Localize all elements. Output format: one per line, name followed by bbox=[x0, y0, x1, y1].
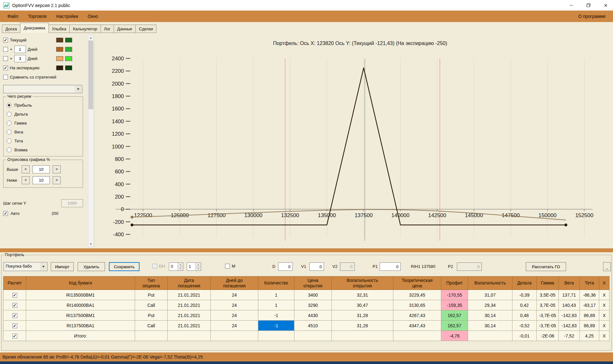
save-button[interactable]: Сохранить bbox=[109, 262, 140, 271]
cell-delta[interactable]: -0,01 bbox=[512, 331, 537, 341]
radio-vega[interactable]: Вега bbox=[7, 127, 80, 136]
plus1-color2-swatch[interactable] bbox=[65, 47, 72, 52]
delete-button[interactable]: Удалить bbox=[78, 262, 105, 271]
cell-theor_price[interactable]: 3130,65 bbox=[393, 300, 441, 310]
menu-file[interactable]: Файл bbox=[3, 11, 23, 22]
cell-open_price[interactable]: 3400 bbox=[294, 290, 332, 300]
remove-row-button[interactable]: X bbox=[599, 300, 609, 310]
auto-checkbox[interactable] bbox=[3, 211, 8, 216]
expiration-color2-swatch[interactable] bbox=[65, 65, 72, 70]
cell-open_price[interactable]: 4510 bbox=[294, 321, 332, 331]
strategy-compare-select[interactable] bbox=[3, 85, 82, 93]
tab-calculator[interactable]: Калькулятор bbox=[69, 25, 101, 33]
row-calc-checkbox[interactable] bbox=[12, 303, 17, 308]
spin-down-icon[interactable]: ▼ bbox=[178, 267, 183, 271]
cell-gamma[interactable]: 3,7E-05 bbox=[537, 300, 559, 310]
cell-vol[interactable]: 30,14 bbox=[468, 310, 512, 321]
radio-theta[interactable]: Тета bbox=[7, 136, 80, 145]
cell-gamma[interactable]: -2E-06 bbox=[537, 331, 559, 341]
cell-days[interactable]: 24 bbox=[211, 310, 258, 321]
radio-vega-circle[interactable] bbox=[7, 130, 11, 134]
cell-theta[interactable]: -86,36 bbox=[580, 290, 599, 300]
cell-qty[interactable]: 1 bbox=[258, 300, 294, 310]
below-increase-button[interactable]: > bbox=[53, 176, 61, 184]
cell-open_vol[interactable]: 32,31 bbox=[332, 290, 393, 300]
cell-profit[interactable]: -170,55 bbox=[441, 290, 468, 300]
cell-gamma[interactable]: 3,5E-05 bbox=[537, 290, 559, 300]
cell-theor_price[interactable]: 4347,43 bbox=[393, 321, 441, 331]
cell-open_price[interactable]: 4430 bbox=[294, 310, 332, 321]
spin-down-icon[interactable]: ▼ bbox=[196, 267, 201, 271]
strategy-select[interactable]: Покупка бабо bbox=[4, 262, 48, 271]
row-calc-checkbox[interactable] bbox=[12, 323, 17, 328]
radio-delta[interactable]: Дельта bbox=[7, 110, 80, 118]
cell-open_vol[interactable]: 31,28 bbox=[332, 310, 393, 321]
cell-theor_price[interactable]: 3229,45 bbox=[393, 290, 441, 300]
row-calc-checkbox[interactable] bbox=[12, 293, 17, 298]
cell-vol[interactable]: 30,14 bbox=[468, 321, 512, 331]
tab-smile[interactable]: Улыбка bbox=[49, 25, 70, 33]
scroll-up-icon[interactable]: ▲ bbox=[88, 35, 93, 41]
plus1-color1-swatch[interactable] bbox=[56, 47, 63, 52]
tab-board[interactable]: Доска bbox=[2, 25, 20, 33]
cell-code[interactable]: Итого: bbox=[26, 331, 135, 341]
menu-about[interactable]: О программе bbox=[573, 11, 610, 22]
plus1-days-input[interactable] bbox=[14, 46, 26, 53]
cell-code[interactable]: RI140000BA1 bbox=[26, 300, 135, 310]
cell-theta[interactable]: 86,89 bbox=[580, 310, 599, 321]
close-button[interactable]: ✕ bbox=[598, 0, 613, 11]
cell-theta[interactable]: 4,25 bbox=[580, 331, 599, 341]
cell-type[interactable]: Put bbox=[135, 310, 168, 321]
below-value-input[interactable] bbox=[33, 176, 50, 184]
row-calc-checkbox[interactable] bbox=[12, 313, 17, 318]
menu-window[interactable]: Окно bbox=[83, 11, 103, 22]
menu-trading[interactable]: Торговля bbox=[23, 11, 51, 22]
v1-input[interactable] bbox=[309, 262, 324, 271]
remove-row-button[interactable]: X bbox=[599, 321, 609, 331]
calc-go-button[interactable]: Рассчитать ГО bbox=[526, 262, 566, 271]
m-checkbox[interactable] bbox=[225, 264, 230, 269]
cell-type[interactable] bbox=[135, 331, 168, 341]
dh-spinner-1-arrows[interactable]: ▲▼ bbox=[178, 263, 183, 270]
cell-theor_price[interactable] bbox=[393, 331, 441, 341]
remove-row-button[interactable]: X bbox=[599, 290, 609, 300]
scroll-thumb[interactable] bbox=[88, 41, 93, 109]
radio-vomma-circle[interactable] bbox=[7, 148, 11, 152]
cell-days[interactable]: 24 bbox=[211, 321, 258, 331]
cell-open_vol[interactable]: 31,28 bbox=[332, 321, 393, 331]
cell-date[interactable]: 21.01.2021 bbox=[168, 290, 211, 300]
above-value-input[interactable] bbox=[33, 165, 50, 173]
spin-up-icon[interactable]: ▲ bbox=[178, 263, 183, 267]
tab-log[interactable]: Лог bbox=[101, 25, 114, 33]
cell-vega[interactable]: -142,83 bbox=[559, 310, 580, 321]
radio-vomma[interactable]: Вомма bbox=[7, 145, 80, 154]
cell-open_vol[interactable]: 30,47 bbox=[332, 300, 393, 310]
dh-spinner-1[interactable]: 0 ▲▼ bbox=[169, 262, 183, 271]
cell-qty[interactable] bbox=[258, 331, 294, 341]
collapse-button[interactable]: _ bbox=[603, 262, 611, 271]
cell-theta[interactable]: -83,17 bbox=[580, 300, 599, 310]
tab-diagram[interactable]: Диаграмма bbox=[20, 23, 49, 33]
current-color2-swatch[interactable] bbox=[65, 38, 72, 42]
current-color1-swatch[interactable] bbox=[56, 38, 63, 42]
restore-button[interactable] bbox=[581, 0, 596, 11]
cell-vol[interactable]: 29,34 bbox=[468, 300, 512, 310]
cell-code[interactable]: RI137500BA1 bbox=[26, 321, 135, 331]
remove-row-button[interactable]: X bbox=[599, 331, 609, 341]
dh-spinner-2[interactable]: 1 ▲▼ bbox=[187, 262, 201, 271]
import-button[interactable]: Импорт bbox=[51, 262, 74, 271]
radio-gamma-circle[interactable] bbox=[7, 121, 11, 125]
plus3-color1-swatch[interactable] bbox=[56, 56, 63, 61]
cell-open_price[interactable]: 3290 bbox=[294, 300, 332, 310]
cell-date[interactable]: 21.01.2021 bbox=[168, 321, 211, 331]
cell-days[interactable] bbox=[211, 331, 258, 341]
sidebar-scrollbar[interactable]: ▲ ▼ bbox=[88, 35, 94, 247]
above-decrease-button[interactable]: < bbox=[22, 165, 30, 173]
cell-open_vol[interactable] bbox=[332, 331, 393, 341]
d-input[interactable] bbox=[278, 262, 293, 271]
cell-date[interactable]: 21.01.2021 bbox=[168, 310, 211, 321]
cell-profit[interactable]: -159,35 bbox=[441, 300, 468, 310]
cell-days[interactable]: 24 bbox=[211, 300, 258, 310]
cell-delta[interactable]: 0,48 bbox=[512, 310, 537, 321]
cell-qty[interactable]: 1 bbox=[258, 290, 294, 300]
